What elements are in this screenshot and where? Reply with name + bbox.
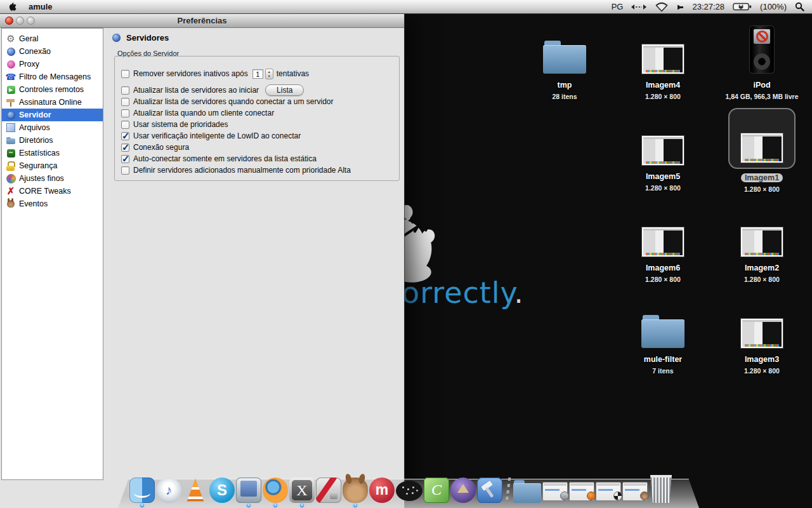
dock-amule-icon[interactable]: [343, 478, 368, 503]
connection-globe-icon: [6, 47, 16, 57]
checkbox[interactable]: [121, 109, 129, 117]
checkbox[interactable]: [121, 86, 129, 95]
battery-icon[interactable]: [733, 3, 752, 11]
option-row-remove-dead-servers[interactable]: Remover servidores inativos após 1 tenta…: [121, 65, 399, 82]
dock-minimized-window-2[interactable]: [569, 482, 594, 503]
desktop-icon-imagem2[interactable]: Imagem2 1.280 × 800: [714, 206, 809, 283]
option-row-update-on-client-connect[interactable]: Atualizar lista quando um cliente conect…: [121, 107, 399, 119]
sidebar-item-eventos[interactable]: Eventos: [2, 197, 103, 210]
screenshot-thumbnail-icon: [642, 44, 684, 74]
remote-controls-icon: [6, 85, 16, 95]
sidebar-item-proxy[interactable]: Proxy: [2, 58, 103, 70]
message-filter-phone-icon: [6, 72, 16, 82]
checkbox[interactable]: [121, 121, 129, 129]
sidebar-item-geral[interactable]: Geral: [2, 32, 103, 45]
sidebar-item-assinatura-online[interactable]: Assinatura Online: [2, 96, 103, 109]
menu-app-name[interactable]: amule: [29, 2, 53, 11]
retries-spinner-value[interactable]: 1: [252, 69, 263, 79]
dock-finder-icon[interactable]: [129, 478, 155, 503]
sidebar-item-diretorios[interactable]: Diretórios: [2, 134, 103, 147]
desktop-icon-mule-filter[interactable]: mule-filter 7 itens: [615, 297, 710, 375]
checkbox-checked[interactable]: ✓: [121, 144, 129, 152]
statistics-icon: [6, 149, 16, 158]
screenshot-thumbnail-icon: [741, 227, 783, 257]
dock-itunes-icon[interactable]: [156, 478, 181, 503]
sidebar-item-seguranca[interactable]: Segurança: [2, 159, 103, 172]
dock-minimized-window-1[interactable]: [542, 482, 568, 503]
checkbox[interactable]: [121, 166, 129, 175]
dock-fugu-icon[interactable]: [396, 481, 422, 503]
checkbox-checked[interactable]: ✓: [121, 132, 129, 140]
screenshot-thumbnail-icon: [642, 136, 684, 165]
option-row-priority-system[interactable]: Usar sistema de prioridades: [121, 119, 399, 130]
checkbox[interactable]: [121, 98, 129, 106]
checkbox-checked[interactable]: ✓: [121, 155, 129, 163]
fine-tuning-palette-icon: [6, 174, 16, 184]
input-source-menu[interactable]: PG: [612, 2, 624, 11]
sidebar-item-estatisticas[interactable]: Estatísticas: [2, 147, 103, 159]
desktop-icon-ipod[interactable]: iPod 1,84 GB, 966,3 MB livre: [714, 23, 809, 100]
desktop-icon-imagem4[interactable]: Imagem4 1.280 × 800: [615, 23, 710, 100]
dock-minimized-window-3[interactable]: [596, 482, 621, 503]
dock-miro-icon[interactable]: [369, 478, 395, 503]
dock-green-c-app-icon[interactable]: [424, 478, 449, 503]
dock-separator: [504, 476, 512, 503]
spotlight-search-icon[interactable]: [795, 2, 804, 11]
core-tweaks-x-icon: [6, 187, 16, 196]
dock-firefox-icon[interactable]: [263, 478, 288, 503]
minimize-button-disabled: [16, 17, 24, 25]
dock-ship-app-icon[interactable]: [450, 478, 476, 503]
menu-bar: amule PG 23:27:28 (100%): [0, 0, 812, 14]
clock[interactable]: 23:27:28: [692, 2, 724, 11]
apple-menu-icon[interactable]: [9, 2, 17, 11]
dock-folder-icon[interactable]: [513, 480, 541, 503]
lista-button[interactable]: Lista: [265, 84, 304, 96]
firefox-badge-icon: [587, 491, 596, 500]
desktop-icon-imagem5[interactable]: Imagem5 1.280 × 800: [615, 114, 710, 192]
dock-minimized-window-4[interactable]: [622, 482, 648, 503]
option-row-update-on-server-connect[interactable]: Atualizar lista de servidores quando con…: [121, 96, 399, 107]
keyboard-nav-arrows-icon[interactable]: [631, 4, 646, 10]
panel-header: Servidores: [111, 33, 169, 43]
screenshot-thumbnail-icon: [741, 319, 783, 348]
checkbox[interactable]: [121, 70, 129, 78]
sidebar-item-ajustes-finos[interactable]: Ajustes finos: [2, 172, 103, 185]
wallpaper-text: orrectly.: [402, 276, 524, 310]
dock-skype-icon[interactable]: [209, 478, 235, 503]
sidebar-item-servidor-selected[interactable]: Servidor: [2, 109, 103, 121]
volume-icon[interactable]: [677, 3, 684, 11]
dock-xcode-icon[interactable]: [477, 478, 502, 503]
dock-vlc-icon[interactable]: [183, 478, 208, 503]
dock-package-installer-icon[interactable]: [316, 478, 341, 503]
desktop-icon-imagem3[interactable]: Imagem3 1.280 × 800: [714, 297, 809, 375]
sidebar-item-filtro-de-mensagens[interactable]: Filtro de Mensagens: [2, 70, 103, 83]
sidebar-item-conexao[interactable]: Conexão: [2, 45, 103, 58]
desktop-icon-imagem1-selected[interactable]: Imagem1 1.280 × 800: [714, 114, 809, 193]
close-button[interactable]: [5, 17, 13, 25]
sidebar-item-controles-remotos[interactable]: Controles remotos: [2, 83, 103, 96]
folder-icon: [543, 41, 586, 74]
sidebar-item-core-tweaks[interactable]: CORE Tweaks: [2, 185, 103, 197]
directories-folder-icon: [6, 136, 16, 145]
online-signature-icon: [6, 98, 16, 107]
option-row-manual-high-priority[interactable]: Definir servidores adicionados manualmen…: [121, 164, 399, 176]
option-row-smart-lowid-check[interactable]: ✓ Usar verificação inteligente de LowID …: [121, 130, 399, 142]
proxy-icon: [6, 60, 16, 69]
screenshot-thumbnail-icon: [741, 133, 783, 163]
server-preferences-panel: Servidores Opções do Servidor Remover se…: [103, 28, 404, 508]
window-title-bar[interactable]: Preferências: [0, 14, 404, 28]
retries-stepper[interactable]: [265, 69, 273, 79]
folder-icon: [641, 315, 684, 348]
server-options-group: Remover servidores inativos após 1 tenta…: [114, 56, 400, 181]
sidebar-item-arquivos[interactable]: Arquivos: [2, 121, 103, 134]
desktop-icon-imagem6[interactable]: Imagem6 1.280 × 800: [615, 206, 710, 283]
option-row-update-list-on-start[interactable]: Atualizar lista de servidores ao iniciar…: [121, 84, 399, 96]
server-globe-icon: [111, 33, 121, 43]
option-row-autoconnect-static-only[interactable]: ✓ Auto-conectar somente em servidores da…: [121, 153, 399, 164]
airport-no-signal-icon[interactable]: [655, 2, 669, 12]
dock-trash-icon[interactable]: [649, 475, 673, 503]
dock-handheld-device-icon[interactable]: [236, 478, 261, 503]
desktop-icon-tmp[interactable]: tmp 28 itens: [517, 23, 612, 100]
dock-xchat-icon[interactable]: [289, 478, 315, 503]
option-row-safe-connection[interactable]: ✓ Conexão segura: [121, 142, 399, 153]
